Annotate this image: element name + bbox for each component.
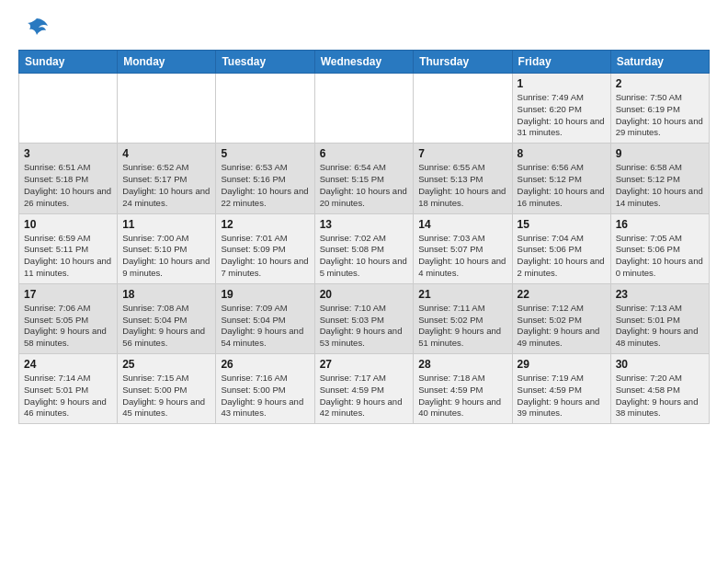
calendar-table: SundayMondayTuesdayWednesdayThursdayFrid… bbox=[18, 50, 710, 424]
day-number: 25 bbox=[122, 358, 210, 371]
calendar-cell: 26Sunrise: 7:16 AM Sunset: 5:00 PM Dayli… bbox=[216, 354, 314, 424]
weekday-header-row: SundayMondayTuesdayWednesdayThursdayFrid… bbox=[19, 51, 710, 74]
day-number: 5 bbox=[221, 147, 309, 160]
calendar-cell: 30Sunrise: 7:20 AM Sunset: 4:58 PM Dayli… bbox=[610, 354, 709, 424]
weekday-header-saturday: Saturday bbox=[610, 51, 709, 74]
day-number: 23 bbox=[616, 288, 704, 301]
day-info: Sunrise: 7:06 AM Sunset: 5:05 PM Dayligh… bbox=[24, 303, 112, 350]
day-info: Sunrise: 6:51 AM Sunset: 5:18 PM Dayligh… bbox=[24, 162, 112, 209]
day-number: 24 bbox=[24, 358, 112, 371]
day-info: Sunrise: 7:09 AM Sunset: 5:04 PM Dayligh… bbox=[221, 303, 309, 350]
calendar-cell bbox=[414, 74, 512, 144]
calendar-cell bbox=[216, 74, 314, 144]
calendar-cell: 3Sunrise: 6:51 AM Sunset: 5:18 PM Daylig… bbox=[19, 144, 118, 213]
calendar-cell: 1Sunrise: 7:49 AM Sunset: 6:20 PM Daylig… bbox=[512, 74, 610, 144]
day-number: 11 bbox=[122, 218, 210, 231]
calendar-week-row: 10Sunrise: 6:59 AM Sunset: 5:11 PM Dayli… bbox=[19, 213, 710, 283]
calendar-cell: 27Sunrise: 7:17 AM Sunset: 4:59 PM Dayli… bbox=[314, 354, 414, 424]
calendar-cell: 13Sunrise: 7:02 AM Sunset: 5:08 PM Dayli… bbox=[314, 213, 414, 283]
day-info: Sunrise: 7:12 AM Sunset: 5:02 PM Dayligh… bbox=[518, 303, 606, 350]
calendar-cell: 15Sunrise: 7:04 AM Sunset: 5:06 PM Dayli… bbox=[512, 213, 610, 283]
calendar-cell: 17Sunrise: 7:06 AM Sunset: 5:05 PM Dayli… bbox=[19, 283, 118, 353]
weekday-header-sunday: Sunday bbox=[19, 51, 118, 74]
day-info: Sunrise: 6:59 AM Sunset: 5:11 PM Dayligh… bbox=[24, 233, 112, 280]
weekday-header-monday: Monday bbox=[118, 51, 216, 74]
weekday-header-tuesday: Tuesday bbox=[216, 51, 314, 74]
calendar-cell: 19Sunrise: 7:09 AM Sunset: 5:04 PM Dayli… bbox=[216, 283, 314, 353]
calendar-week-row: 17Sunrise: 7:06 AM Sunset: 5:05 PM Dayli… bbox=[19, 283, 710, 353]
calendar-week-row: 1Sunrise: 7:49 AM Sunset: 6:20 PM Daylig… bbox=[19, 74, 710, 144]
day-number: 16 bbox=[616, 218, 704, 231]
day-info: Sunrise: 7:08 AM Sunset: 5:04 PM Dayligh… bbox=[122, 303, 210, 350]
day-number: 22 bbox=[518, 288, 606, 301]
calendar-cell bbox=[19, 74, 118, 144]
day-info: Sunrise: 7:18 AM Sunset: 4:59 PM Dayligh… bbox=[418, 373, 506, 419]
day-info: Sunrise: 7:00 AM Sunset: 5:10 PM Dayligh… bbox=[122, 233, 210, 280]
calendar-cell: 8Sunrise: 6:56 AM Sunset: 5:12 PM Daylig… bbox=[512, 144, 610, 213]
day-number: 28 bbox=[418, 358, 506, 371]
calendar-cell: 10Sunrise: 6:59 AM Sunset: 5:11 PM Dayli… bbox=[19, 213, 118, 283]
day-number: 15 bbox=[518, 218, 606, 231]
day-number: 10 bbox=[24, 218, 112, 231]
day-info: Sunrise: 7:50 AM Sunset: 6:19 PM Dayligh… bbox=[616, 92, 704, 139]
day-number: 1 bbox=[518, 77, 606, 90]
day-number: 19 bbox=[221, 288, 309, 301]
day-info: Sunrise: 6:55 AM Sunset: 5:13 PM Dayligh… bbox=[418, 162, 506, 209]
day-number: 2 bbox=[616, 77, 704, 90]
day-info: Sunrise: 7:15 AM Sunset: 5:00 PM Dayligh… bbox=[122, 373, 210, 419]
day-info: Sunrise: 7:02 AM Sunset: 5:08 PM Dayligh… bbox=[320, 233, 409, 280]
day-info: Sunrise: 6:56 AM Sunset: 5:12 PM Dayligh… bbox=[518, 162, 606, 209]
day-info: Sunrise: 7:01 AM Sunset: 5:09 PM Dayligh… bbox=[221, 233, 309, 280]
calendar-header: SundayMondayTuesdayWednesdayThursdayFrid… bbox=[19, 51, 710, 74]
day-number: 30 bbox=[616, 358, 704, 371]
day-number: 3 bbox=[24, 147, 112, 160]
day-number: 17 bbox=[24, 288, 112, 301]
day-info: Sunrise: 7:14 AM Sunset: 5:01 PM Dayligh… bbox=[24, 373, 112, 419]
day-number: 9 bbox=[616, 147, 704, 160]
calendar-cell: 16Sunrise: 7:05 AM Sunset: 5:06 PM Dayli… bbox=[610, 213, 709, 283]
day-info: Sunrise: 7:11 AM Sunset: 5:02 PM Dayligh… bbox=[418, 303, 506, 350]
calendar-cell: 6Sunrise: 6:54 AM Sunset: 5:15 PM Daylig… bbox=[314, 144, 414, 213]
day-number: 18 bbox=[122, 288, 210, 301]
day-number: 21 bbox=[418, 288, 506, 301]
day-number: 6 bbox=[320, 147, 409, 160]
day-info: Sunrise: 7:49 AM Sunset: 6:20 PM Dayligh… bbox=[518, 92, 606, 139]
calendar-cell: 24Sunrise: 7:14 AM Sunset: 5:01 PM Dayli… bbox=[19, 354, 118, 424]
logo bbox=[18, 15, 50, 40]
calendar-body: 1Sunrise: 7:49 AM Sunset: 6:20 PM Daylig… bbox=[19, 74, 710, 424]
day-info: Sunrise: 7:10 AM Sunset: 5:03 PM Dayligh… bbox=[320, 303, 409, 350]
calendar-cell: 25Sunrise: 7:15 AM Sunset: 5:00 PM Dayli… bbox=[118, 354, 216, 424]
calendar-cell: 20Sunrise: 7:10 AM Sunset: 5:03 PM Dayli… bbox=[314, 283, 414, 353]
calendar-cell: 5Sunrise: 6:53 AM Sunset: 5:16 PM Daylig… bbox=[216, 144, 314, 213]
calendar-cell: 18Sunrise: 7:08 AM Sunset: 5:04 PM Dayli… bbox=[118, 283, 216, 353]
day-info: Sunrise: 7:17 AM Sunset: 4:59 PM Dayligh… bbox=[320, 373, 409, 419]
day-info: Sunrise: 6:54 AM Sunset: 5:15 PM Dayligh… bbox=[320, 162, 409, 209]
day-info: Sunrise: 7:05 AM Sunset: 5:06 PM Dayligh… bbox=[616, 233, 704, 280]
header bbox=[18, 15, 710, 40]
day-number: 13 bbox=[320, 218, 409, 231]
calendar-cell: 14Sunrise: 7:03 AM Sunset: 5:07 PM Dayli… bbox=[414, 213, 512, 283]
day-info: Sunrise: 7:13 AM Sunset: 5:01 PM Dayligh… bbox=[616, 303, 704, 350]
calendar-cell: 29Sunrise: 7:19 AM Sunset: 4:59 PM Dayli… bbox=[512, 354, 610, 424]
calendar-cell bbox=[314, 74, 414, 144]
day-info: Sunrise: 6:53 AM Sunset: 5:16 PM Dayligh… bbox=[221, 162, 309, 209]
day-info: Sunrise: 7:20 AM Sunset: 4:58 PM Dayligh… bbox=[616, 373, 704, 419]
calendar-week-row: 24Sunrise: 7:14 AM Sunset: 5:01 PM Dayli… bbox=[19, 354, 710, 424]
day-info: Sunrise: 7:16 AM Sunset: 5:00 PM Dayligh… bbox=[221, 373, 309, 419]
calendar-cell: 12Sunrise: 7:01 AM Sunset: 5:09 PM Dayli… bbox=[216, 213, 314, 283]
day-number: 7 bbox=[418, 147, 506, 160]
day-number: 8 bbox=[518, 147, 606, 160]
weekday-header-wednesday: Wednesday bbox=[314, 51, 414, 74]
weekday-header-friday: Friday bbox=[512, 51, 610, 74]
day-number: 29 bbox=[518, 358, 606, 371]
day-number: 26 bbox=[221, 358, 309, 371]
calendar-cell: 4Sunrise: 6:52 AM Sunset: 5:17 PM Daylig… bbox=[118, 144, 216, 213]
logo-bird-icon bbox=[24, 15, 50, 40]
calendar-cell: 21Sunrise: 7:11 AM Sunset: 5:02 PM Dayli… bbox=[414, 283, 512, 353]
day-info: Sunrise: 6:52 AM Sunset: 5:17 PM Dayligh… bbox=[122, 162, 210, 209]
weekday-header-thursday: Thursday bbox=[414, 51, 512, 74]
day-number: 12 bbox=[221, 218, 309, 231]
day-info: Sunrise: 7:03 AM Sunset: 5:07 PM Dayligh… bbox=[418, 233, 506, 280]
day-number: 4 bbox=[122, 147, 210, 160]
calendar-cell: 7Sunrise: 6:55 AM Sunset: 5:13 PM Daylig… bbox=[414, 144, 512, 213]
